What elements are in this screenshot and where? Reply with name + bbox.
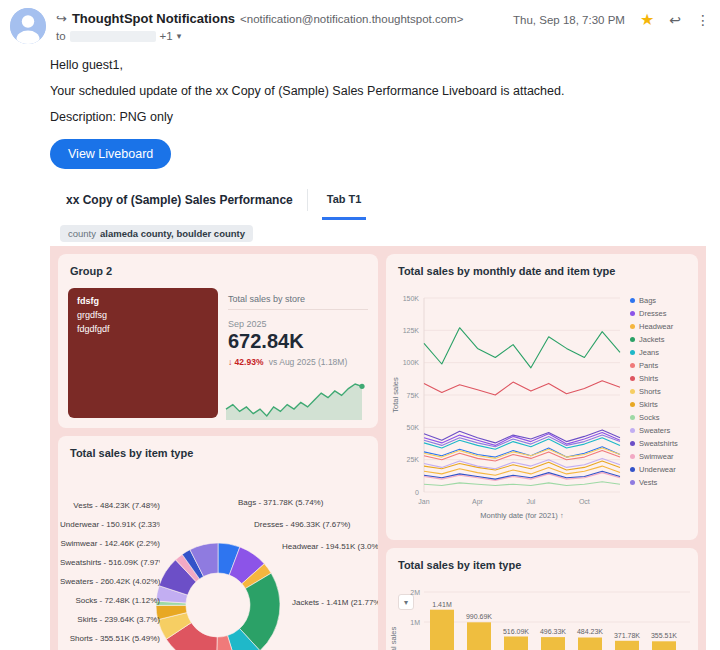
legend-item-dresses[interactable]: Dresses bbox=[630, 307, 694, 320]
person-icon bbox=[10, 8, 46, 44]
legend-dot-icon bbox=[630, 324, 635, 329]
legend-label: Jackets bbox=[639, 335, 664, 344]
legend-item-jeans[interactable]: Jeans bbox=[630, 346, 694, 359]
tab-t1[interactable]: Tab T1 bbox=[322, 180, 367, 220]
line-chart-card[interactable]: Total sales by monthly date and item typ… bbox=[386, 254, 698, 540]
greeting-text: Hello guest1, bbox=[50, 58, 690, 72]
legend-label: Sweatshirts bbox=[639, 439, 678, 448]
email-date: Thu, Sep 18, 7:30 PM bbox=[513, 14, 625, 26]
legend-item-pants[interactable]: Pants bbox=[630, 359, 694, 372]
legend-item-bags[interactable]: Bags bbox=[630, 294, 694, 307]
axis-label: 990.69K bbox=[466, 613, 492, 620]
to-label: to bbox=[56, 30, 66, 42]
card-title: Total sales by item type bbox=[386, 548, 698, 571]
series-line-headwear[interactable] bbox=[424, 466, 620, 475]
series-line-shirts[interactable] bbox=[424, 381, 620, 395]
bar-496.33K[interactable] bbox=[541, 637, 565, 650]
legend-item-sweaters[interactable]: Sweaters bbox=[630, 424, 694, 437]
sender-avatar[interactable] bbox=[10, 8, 46, 44]
series-line-socks[interactable] bbox=[424, 482, 620, 486]
bar-1.41M[interactable] bbox=[430, 610, 454, 650]
axis-label: 50K bbox=[407, 424, 420, 431]
header-divider bbox=[307, 189, 308, 211]
donut-label: Dresses - 496.33K (7.67%) bbox=[254, 520, 351, 529]
legend-item-shorts[interactable]: Shorts bbox=[630, 385, 694, 398]
legend-label: Vests bbox=[639, 478, 657, 487]
filter-chip-name: county bbox=[68, 228, 96, 239]
star-icon[interactable]: ★ bbox=[640, 12, 654, 28]
legend-dot-icon bbox=[630, 298, 635, 303]
axis-label: 2M bbox=[410, 589, 420, 596]
legend-dot-icon bbox=[630, 454, 635, 459]
bar-chart-card[interactable]: Total sales by item type ▾ Total sales 2… bbox=[386, 548, 698, 650]
filter-row: county alameda county, boulder county bbox=[50, 220, 706, 246]
axis-label: 75K bbox=[407, 392, 420, 399]
legend-item-skirts[interactable]: Skirts bbox=[630, 398, 694, 411]
chart-legend: BagsDressesHeadwearJacketsJeansPantsShir… bbox=[630, 294, 694, 489]
recipients-row[interactable]: to +1 ▾ bbox=[56, 30, 522, 42]
legend-item-swimwear[interactable]: Swimwear bbox=[630, 450, 694, 463]
legend-dot-icon bbox=[630, 337, 635, 342]
legend-item-sweatshirts[interactable]: Sweatshirts bbox=[630, 437, 694, 450]
item-type-bar-chart[interactable]: 2M1M1.41M990.69K516.09K496.33K484.23K371… bbox=[394, 582, 694, 650]
legend-label: Headwear bbox=[639, 322, 673, 331]
forward-icon: ↪ bbox=[56, 11, 67, 26]
group2-card[interactable]: Group 2 fdsfg grgdfsg fdgdfgdf Total sal… bbox=[58, 254, 378, 428]
sender-name: ThoughtSpot Notifications bbox=[72, 11, 235, 26]
donut-chart-card[interactable]: Total sales by item type Vests - 484.23K… bbox=[58, 436, 378, 650]
store-sparkline-chart[interactable] bbox=[224, 372, 368, 424]
legend-dot-icon bbox=[630, 441, 635, 446]
bar-484.23K[interactable] bbox=[578, 638, 602, 650]
note-tile[interactable]: fdsfg grgdfsg fdgdfgdf bbox=[68, 288, 218, 418]
kpi-value: 672.84K bbox=[228, 330, 368, 353]
legend-label: Shirts bbox=[639, 374, 658, 383]
legend-label: Bags bbox=[639, 296, 656, 305]
reply-icon[interactable]: ↩ bbox=[669, 13, 681, 27]
axis-label: Monthly date (for 2021) ↑ bbox=[480, 511, 563, 520]
legend-label: Underwear bbox=[639, 465, 676, 474]
email-header: ↪ThoughtSpot Notifications<notification@… bbox=[10, 8, 712, 50]
recipient-redacted bbox=[70, 31, 156, 42]
axis-label: 100K bbox=[403, 359, 420, 366]
legend-item-jackets[interactable]: Jackets bbox=[630, 333, 694, 346]
legend-dot-icon bbox=[630, 415, 635, 420]
bar-371.78K[interactable] bbox=[615, 641, 639, 650]
legend-label: Swimwear bbox=[639, 452, 674, 461]
county-filter-chip[interactable]: county alameda county, boulder county bbox=[60, 225, 253, 242]
monthly-line-chart[interactable]: 150K125K100K75K50K25K0JanAprJulOctMonthl… bbox=[388, 284, 628, 524]
legend-dot-icon bbox=[630, 467, 635, 472]
sparkline-end-dot bbox=[359, 384, 364, 389]
description-text: Description: PNG only bbox=[50, 110, 690, 124]
kpi-change-comparison: vs Aug 2025 (1.18M) bbox=[269, 357, 347, 367]
note-line: fdgdfgdf bbox=[77, 323, 209, 337]
sender-block: ↪ThoughtSpot Notifications<notification@… bbox=[56, 9, 522, 42]
legend-item-socks[interactable]: Socks bbox=[630, 411, 694, 424]
legend-item-vests[interactable]: Vests bbox=[630, 476, 694, 489]
more-options-icon[interactable]: ⋮ bbox=[696, 13, 710, 27]
card-title: Total sales by monthly date and item typ… bbox=[386, 254, 698, 277]
series-line-jackets[interactable] bbox=[424, 328, 620, 368]
legend-dot-icon bbox=[630, 363, 635, 368]
legend-label: Socks bbox=[639, 413, 659, 422]
legend-dot-icon bbox=[630, 428, 635, 433]
legend-item-shirts[interactable]: Shirts bbox=[630, 372, 694, 385]
to-extra: +1 bbox=[160, 30, 173, 42]
legend-item-headwear[interactable]: Headwear bbox=[630, 320, 694, 333]
details-caret-icon[interactable]: ▾ bbox=[177, 31, 182, 41]
legend-dot-icon bbox=[630, 376, 635, 381]
card-title: Group 2 bbox=[58, 254, 378, 277]
view-liveboard-button[interactable]: View Liveboard bbox=[50, 139, 171, 169]
axis-label: 496.33K bbox=[540, 628, 566, 635]
item-type-donut-chart[interactable] bbox=[143, 530, 293, 650]
bar-990.69K[interactable] bbox=[467, 622, 491, 650]
axis-label: 371.78K bbox=[614, 632, 640, 639]
bar-516.09K[interactable] bbox=[504, 637, 528, 650]
axis-label: 484.23K bbox=[577, 628, 603, 635]
bar-355.51K[interactable] bbox=[652, 641, 676, 650]
liveboard-canvas: Group 2 fdsfg grgdfsg fdgdfgdf Total sal… bbox=[50, 246, 706, 650]
legend-item-underwear[interactable]: Underwear bbox=[630, 463, 694, 476]
legend-dot-icon bbox=[630, 389, 635, 394]
legend-dot-icon bbox=[630, 480, 635, 485]
liveboard-attachment[interactable]: xx Copy of (Sample) Sales Performance Ta… bbox=[50, 180, 706, 650]
legend-label: Jeans bbox=[639, 348, 659, 357]
